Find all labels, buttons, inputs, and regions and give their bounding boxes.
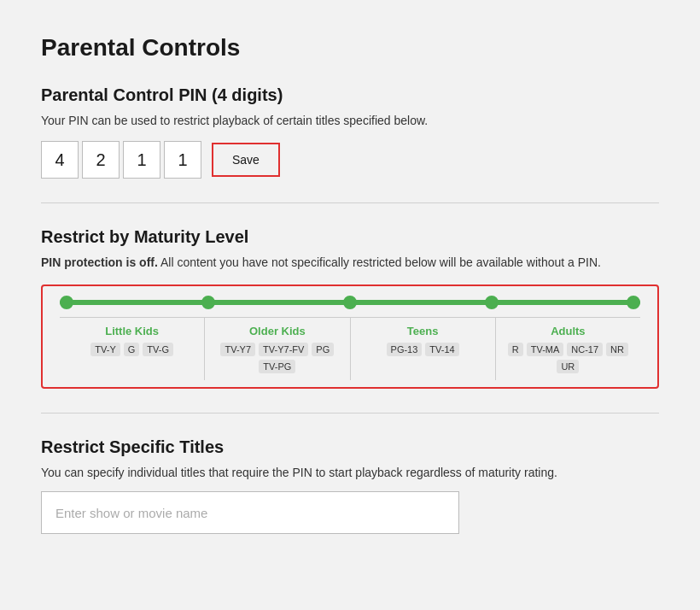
page-title: Parental Controls — [41, 34, 659, 62]
rating-tags-little-kids: TV-Y G TV-G — [65, 343, 199, 356]
maturity-note: PIN protection is off. All content you h… — [41, 255, 659, 269]
category-teens: Teens PG-13 TV-14 — [351, 318, 496, 380]
pin-digit-1[interactable]: 4 — [41, 141, 79, 179]
title-search-input[interactable] — [41, 491, 459, 534]
category-older-kids: Older Kids TV-Y7 TV-Y7-FV PG TV-PG — [205, 318, 350, 380]
maturity-slider-container[interactable]: Little Kids TV-Y G TV-G Older Kids TV-Y7… — [41, 284, 659, 389]
rating-tag: TV-14 — [425, 343, 458, 356]
pin-digit-4[interactable]: 1 — [164, 141, 201, 179]
rating-tag: TV-G — [143, 343, 173, 356]
save-button[interactable]: Save — [212, 143, 280, 177]
category-adults: Adults R TV-MA NC-17 NR UR — [496, 318, 640, 380]
divider-2 — [41, 413, 659, 414]
category-little-kids: Little Kids TV-Y G TV-G — [60, 318, 205, 380]
rating-tag: TV-MA — [527, 343, 564, 356]
restrict-titles-title: Restrict Specific Titles — [41, 437, 659, 457]
slider-dot-4[interactable] — [485, 296, 499, 309]
category-name-older-kids: Older Kids — [210, 325, 344, 337]
slider-dots — [60, 296, 640, 309]
category-name-adults: Adults — [501, 325, 635, 337]
divider-1 — [41, 202, 659, 203]
pin-section-description: Your PIN can be used to restrict playbac… — [41, 114, 659, 127]
rating-tag: TV-Y7-FV — [259, 343, 308, 356]
pin-row: 4 2 1 1 Save — [41, 141, 659, 179]
rating-tags-older-kids: TV-Y7 TV-Y7-FV PG TV-PG — [210, 343, 344, 373]
slider-dot-2[interactable] — [201, 296, 215, 309]
slider-track[interactable] — [60, 300, 640, 305]
rating-tags-adults: R TV-MA NC-17 NR UR — [501, 343, 635, 373]
maturity-note-rest: All content you have not specifically re… — [158, 255, 601, 269]
rating-tag: NR — [606, 343, 628, 356]
pin-section-title: Parental Control PIN (4 digits) — [41, 85, 659, 105]
restrict-titles-section: Restrict Specific Titles You can specify… — [41, 437, 659, 534]
rating-tag: PG-13 — [387, 343, 423, 356]
rating-tag: UR — [557, 360, 579, 373]
maturity-section-title: Restrict by Maturity Level — [41, 227, 659, 247]
slider-dot-3[interactable] — [343, 296, 357, 309]
maturity-note-bold: PIN protection is off. — [41, 255, 158, 269]
rating-tags-teens: PG-13 TV-14 — [356, 343, 490, 356]
rating-tag: TV-Y — [90, 343, 120, 356]
restrict-titles-description: You can specify individual titles that r… — [41, 466, 659, 479]
pin-digit-2[interactable]: 2 — [82, 141, 120, 179]
maturity-categories: Little Kids TV-Y G TV-G Older Kids TV-Y7… — [60, 317, 640, 380]
rating-tag: TV-Y7 — [220, 343, 255, 356]
category-name-teens: Teens — [356, 325, 490, 337]
rating-tag: TV-PG — [259, 360, 295, 373]
rating-tag: R — [508, 343, 523, 356]
pin-section: Parental Control PIN (4 digits) Your PIN… — [41, 85, 659, 179]
rating-tag: NC-17 — [567, 343, 603, 356]
slider-dot-1[interactable] — [60, 296, 73, 309]
category-name-little-kids: Little Kids — [65, 325, 199, 337]
rating-tag: PG — [312, 343, 334, 356]
rating-tag: G — [124, 343, 140, 356]
maturity-section: Restrict by Maturity Level PIN protectio… — [41, 227, 659, 389]
slider-dot-5[interactable] — [627, 296, 640, 309]
pin-digit-3[interactable]: 1 — [123, 141, 160, 179]
